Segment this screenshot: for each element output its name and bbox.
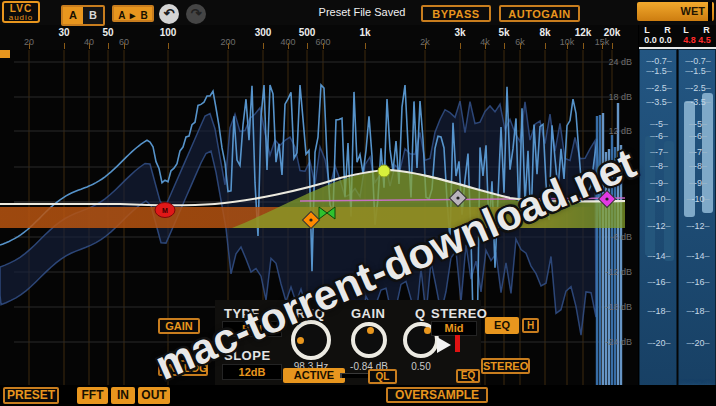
oversample-button[interactable]: OVERSAMPLE — [386, 387, 488, 403]
out-button[interactable]: OUT — [138, 387, 170, 404]
level-meters: L R 0.0 0.0 L R 4.8 4.5 –-0.7––-1.5––-2.… — [639, 25, 716, 406]
freq-tick-label-1k: 1k — [359, 27, 370, 38]
freq-tick-label-50: 50 — [102, 27, 113, 38]
bypass-button[interactable]: BYPASS — [421, 5, 491, 22]
in-button[interactable]: IN — [111, 387, 135, 404]
freq-tick-mark — [485, 43, 486, 49]
meter-scale--8: –-8– — [640, 161, 678, 171]
meter-scale--5: –-5– — [679, 119, 716, 129]
freq-tick-mark — [460, 43, 461, 49]
freq-tick-mark — [108, 43, 109, 49]
input-meter-header: L R 0.0 0.0 — [639, 25, 677, 48]
output-meter-panel: –-0.7––-1.5––-2.5––-3.5––-5––-6––-7––-8–… — [678, 49, 716, 406]
freq-tick-mark — [323, 43, 324, 49]
bottom-bar: PRESET FFT IN OUT OVERSAMPLE — [0, 385, 716, 406]
copy-a-to-b-button[interactable]: A ► B — [112, 5, 154, 22]
meter-scale--18: –-18– — [640, 306, 678, 316]
band-edit-panel: TYPE Bell SLOPE 12dB FREQ 98.3 Hz GAIN -… — [215, 300, 481, 385]
stereo-balance-marker[interactable] — [437, 337, 451, 353]
meter-scale--1.5: –-1.5– — [640, 66, 678, 76]
freq-tick-label-30: 30 — [58, 27, 69, 38]
fft-button[interactable]: FFT — [77, 387, 108, 404]
meter-scale--1.5: –-1.5– — [679, 66, 716, 76]
meter-scale--2.5: –-2.5– — [679, 83, 716, 93]
meter-scale--10: –-10– — [679, 194, 716, 204]
meter-scale--2.5: –-2.5– — [640, 83, 678, 93]
meter-scale--16: –-16– — [640, 277, 678, 287]
freq-tick-label-5k: 5k — [498, 27, 509, 38]
meter-scale--8: –-8– — [679, 161, 716, 171]
freq-tick-mark — [612, 43, 613, 49]
eq-small-button[interactable]: EQ — [456, 369, 480, 383]
ab-preset-toggle[interactable]: A B — [61, 5, 105, 26]
wet-dry-slider[interactable]: WET — [637, 2, 714, 21]
wet-slider-handle[interactable] — [708, 2, 712, 21]
output-meter-peak-value: 4.8 4.5 — [678, 35, 716, 45]
meter-scale--12: –-12– — [679, 221, 716, 231]
freq-tick-mark — [567, 43, 568, 49]
db-label--24dB: -24 dB — [586, 337, 632, 347]
meter-scale--0.7: –-0.7– — [640, 56, 678, 66]
meter-scale--16: –-16– — [679, 277, 716, 287]
ql-button[interactable]: QL — [368, 369, 397, 384]
freq-knob[interactable] — [291, 320, 331, 360]
freq-tick-mark — [64, 43, 65, 49]
freq-tick-mark — [29, 43, 30, 49]
freq-tick-mark — [602, 43, 603, 49]
output-meter-header: L R 4.8 4.5 — [678, 25, 716, 48]
meter-scale--0.7: –-0.7– — [679, 56, 716, 66]
eq-node-band-1khz[interactable] — [378, 165, 390, 177]
type-label: TYPE — [224, 306, 260, 321]
meter-scale--20: –-20– — [640, 338, 678, 348]
freq-tick-mark — [89, 43, 90, 49]
meter-scale--14: –-14– — [640, 251, 678, 261]
meter-scale--3.5: –-3.5– — [640, 97, 678, 107]
analog-button[interactable]: ANALOG — [158, 360, 208, 376]
status-message: Preset File Saved — [319, 6, 406, 18]
freq-tick-label-100: 100 — [160, 27, 177, 38]
preset-button[interactable]: PRESET — [3, 387, 59, 404]
preset-a-button[interactable]: A — [63, 7, 83, 24]
active-button[interactable]: ACTIVE — [283, 368, 345, 383]
gain-scale-button[interactable]: GAIN — [158, 318, 200, 334]
freq-tick-mark — [545, 43, 546, 49]
frequency-scale: 30501003005001k3k5k8k12k20k2040602004006… — [0, 25, 638, 50]
stereo-button[interactable]: STEREO — [481, 358, 530, 374]
undo-icon[interactable]: ↶ — [159, 4, 179, 24]
svg-text:M: M — [162, 207, 168, 214]
eq-toggle-button[interactable]: EQ — [485, 317, 519, 334]
autogain-button[interactable]: AUTOGAIN — [499, 5, 580, 22]
input-meter-lr-label: L R — [639, 25, 677, 35]
gain-label: GAIN — [351, 306, 386, 321]
freq-tick-mark — [425, 43, 426, 49]
freq-tick-mark — [365, 43, 366, 49]
meter-scale--6: –-6– — [640, 131, 678, 141]
stereo-mode-dropdown[interactable]: Mid — [431, 321, 477, 336]
display-gain-slider-handle[interactable] — [0, 50, 10, 58]
h-toggle-button[interactable]: H — [522, 318, 539, 333]
freq-tick-mark — [288, 43, 289, 49]
meter-scale--18: –-18– — [679, 306, 716, 316]
db-label-18dB: 18 dB — [586, 92, 632, 102]
freq-tick-mark — [124, 43, 125, 49]
output-meter-lr-label: L R — [678, 25, 716, 35]
meter-scale--7: –-7– — [640, 147, 678, 157]
meter-scale--20: –-20– — [679, 338, 716, 348]
db-label--6dB: -6 dB — [586, 232, 632, 242]
type-value-dropdown[interactable]: Bell — [222, 321, 282, 337]
gain-knob-indicator — [367, 327, 374, 334]
gain-knob[interactable] — [351, 322, 387, 358]
meter-scale--14: –-14– — [679, 251, 716, 261]
freq-tick-label-8k: 8k — [539, 27, 550, 38]
slope-value-dropdown[interactable]: 12dB — [222, 364, 282, 380]
lvc-audio-logo: LVC audio — [2, 1, 40, 23]
input-meter-value: 0.0 0.0 — [639, 35, 677, 45]
db-label-24dB: 24 dB — [586, 57, 632, 67]
preset-b-button[interactable]: B — [83, 7, 103, 24]
freq-tick-mark — [307, 43, 308, 49]
eq-node-band-100hz[interactable]: M — [155, 203, 175, 218]
db-label-6dB: 6 dB — [586, 162, 632, 172]
freq-tick-label-3k: 3k — [454, 27, 465, 38]
meter-scale--3.5: –-3.5– — [679, 97, 716, 107]
q-knob-indicator — [424, 327, 431, 334]
